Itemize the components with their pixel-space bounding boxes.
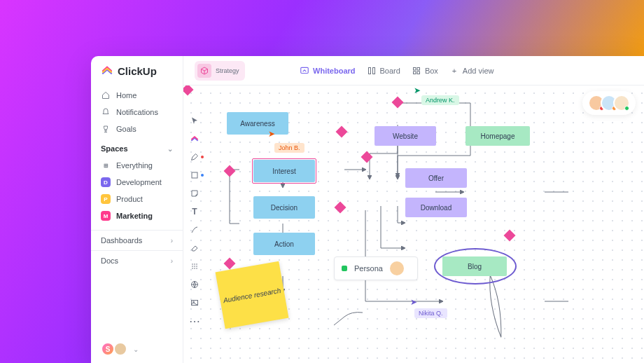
section-label: Docs <box>101 256 118 265</box>
space-badge: P <box>101 194 111 204</box>
user-avatar[interactable]: S <box>101 342 115 356</box>
chevron-down-icon[interactable]: ⌄ <box>133 345 139 353</box>
topbar: Strategy Whiteboard Board Box +Add view <box>183 56 644 85</box>
svg-rect-4 <box>417 67 420 70</box>
collaborators-bar[interactable] <box>582 91 636 115</box>
node-decision[interactable]: Decision <box>253 196 315 219</box>
node-website[interactable]: Website <box>374 126 436 146</box>
diamond-handle[interactable] <box>224 258 236 270</box>
diamond-handle[interactable] <box>336 126 348 138</box>
persona-avatar <box>390 261 404 275</box>
diamond-handle[interactable] <box>335 202 346 214</box>
spaces-header[interactable]: Spaces ⌄ <box>91 137 183 157</box>
svg-point-13 <box>197 266 197 267</box>
space-development[interactable]: DDevelopment <box>97 174 177 191</box>
web-tool[interactable] <box>188 278 202 292</box>
svg-rect-5 <box>413 71 416 74</box>
plus-icon: + <box>449 66 459 76</box>
space-everything[interactable]: ⊞Everything <box>97 157 177 174</box>
diamond-handle[interactable] <box>361 151 373 163</box>
trophy-icon <box>101 124 111 134</box>
app-window: ClickUp Home Notifications Goals Spaces … <box>91 56 644 363</box>
canvas-toolbar: T ⋯ <box>188 114 204 328</box>
node-download[interactable]: Download <box>405 198 467 217</box>
shape-tool[interactable] <box>188 168 202 182</box>
node-homepage[interactable]: Homepage <box>465 126 530 146</box>
space-label: Marketing <box>116 212 153 220</box>
pen-tool[interactable] <box>188 150 202 164</box>
persona-card[interactable]: Persona <box>334 256 418 280</box>
space-marketing[interactable]: MMarketing <box>97 207 177 224</box>
grid-tool[interactable] <box>188 259 202 273</box>
logo[interactable]: ClickUp <box>91 64 183 87</box>
cursor-icon: ➤ <box>414 85 421 95</box>
spaces-list: ⊞Everything DDevelopment PProduct MMarke… <box>91 157 183 224</box>
nav-docs[interactable]: Docs› <box>91 250 183 270</box>
chevron-right-icon: › <box>171 257 173 265</box>
svg-point-11 <box>192 266 193 267</box>
svg-point-10 <box>197 264 197 265</box>
cursor-icon: ➤ <box>410 297 417 307</box>
text-tool[interactable]: T <box>188 205 202 219</box>
space-badge: M <box>101 211 111 221</box>
cursor-label: Andrew K. <box>421 95 459 105</box>
persona-label: Persona <box>354 264 383 273</box>
whiteboard-canvas[interactable]: T ⋯ <box>183 85 644 363</box>
sticky-note[interactable]: Audience research <box>216 261 289 329</box>
cursor-label: John B. <box>274 143 304 153</box>
sidebar-footer: S ⌄ <box>91 335 183 363</box>
more-tool[interactable]: ⋯ <box>188 314 202 328</box>
user-avatar[interactable] <box>113 342 127 356</box>
diamond-handle[interactable] <box>224 165 236 177</box>
tab-board[interactable]: Board <box>367 66 400 76</box>
nav-goals[interactable]: Goals <box>97 121 177 137</box>
node-interest[interactable]: Interest <box>253 160 315 182</box>
collaborator-avatar[interactable] <box>613 95 630 111</box>
sticky-tool[interactable] <box>188 186 202 200</box>
svg-rect-7 <box>192 172 197 178</box>
spaces-title: Spaces <box>101 144 128 153</box>
select-tool[interactable] <box>188 114 202 128</box>
grid-icon: ⊞ <box>101 160 111 170</box>
status-square <box>342 266 347 271</box>
node-action[interactable]: Action <box>253 233 315 255</box>
tab-label: Add view <box>463 67 494 75</box>
space-label: Product <box>116 195 143 203</box>
clickup-logo-icon <box>101 64 113 77</box>
app-tool[interactable] <box>188 132 202 146</box>
section-label: Dashboards <box>101 236 142 245</box>
view-tabs: Whiteboard Board Box +Add view <box>300 66 493 76</box>
node-awareness[interactable]: Awareness <box>227 112 288 135</box>
nav-label: Goals <box>116 125 136 133</box>
svg-rect-3 <box>413 67 416 70</box>
nav-home[interactable]: Home <box>97 87 177 104</box>
svg-rect-6 <box>417 71 420 74</box>
space-label: Everything <box>116 161 153 170</box>
tab-label: Box <box>425 67 438 75</box>
node-blog[interactable]: Blog <box>442 256 507 276</box>
tab-label: Board <box>380 67 400 75</box>
node-offer[interactable]: Offer <box>405 168 467 188</box>
image-tool[interactable] <box>188 296 202 310</box>
connector-tool[interactable] <box>188 223 202 237</box>
space-product[interactable]: PProduct <box>97 191 177 207</box>
svg-rect-1 <box>368 67 370 74</box>
diamond-handle[interactable] <box>392 97 404 109</box>
add-view-button[interactable]: +Add view <box>449 66 494 76</box>
cursor-label: Nikita Q. <box>414 308 447 318</box>
nav-notifications[interactable]: Notifications <box>97 104 177 121</box>
chevron-right-icon: › <box>171 237 173 245</box>
svg-point-9 <box>195 264 195 265</box>
svg-point-12 <box>195 266 195 267</box>
tab-box[interactable]: Box <box>412 66 438 76</box>
breadcrumb[interactable]: Strategy <box>195 61 245 81</box>
chevron-down-icon: ⌄ <box>167 145 173 153</box>
eraser-tool[interactable] <box>188 241 202 255</box>
whiteboard-icon <box>300 66 309 76</box>
tab-whiteboard[interactable]: Whiteboard <box>300 66 356 76</box>
space-label: Development <box>116 178 162 186</box>
diamond-handle[interactable] <box>504 230 516 242</box>
diamond-handle[interactable] <box>183 85 193 95</box>
bell-icon <box>101 107 111 117</box>
nav-dashboards[interactable]: Dashboards› <box>91 230 183 250</box>
